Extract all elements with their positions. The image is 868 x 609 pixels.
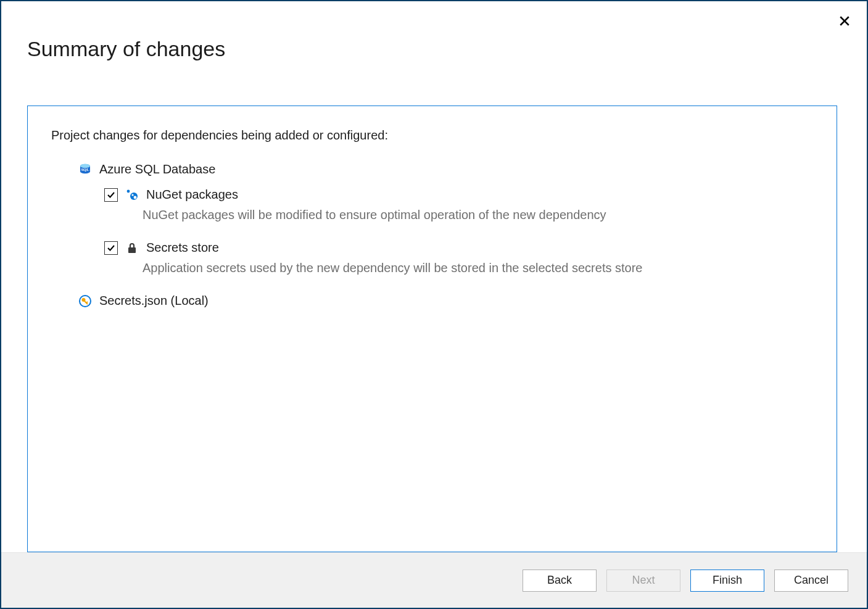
- sql-database-icon: SQL: [78, 163, 92, 176]
- close-button[interactable]: [836, 12, 853, 30]
- change-item-desc: Application secrets used by the new depe…: [143, 261, 813, 275]
- nuget-icon: [125, 188, 139, 202]
- key-icon: [78, 294, 92, 308]
- finish-button[interactable]: Finish: [690, 570, 764, 592]
- svg-point-4: [130, 193, 138, 200]
- next-button: Next: [606, 570, 680, 592]
- change-item-title: NuGet packages: [146, 188, 238, 202]
- lock-icon: [125, 241, 139, 255]
- page-title: Summary of changes: [1, 1, 867, 61]
- intro-text: Project changes for dependencies being a…: [51, 128, 813, 143]
- change-item-nuget: NuGet packages NuGet packages will be mo…: [104, 188, 813, 222]
- dialog-footer: Back Next Finish Cancel: [1, 552, 867, 608]
- changes-panel: Project changes for dependencies being a…: [27, 106, 837, 552]
- back-button[interactable]: Back: [523, 570, 597, 592]
- change-item-secrets-store: Secrets store Application secrets used b…: [104, 241, 813, 275]
- cancel-button[interactable]: Cancel: [774, 570, 848, 592]
- close-icon: [839, 15, 850, 27]
- change-item-desc: NuGet packages will be modified to ensur…: [143, 208, 813, 222]
- svg-point-3: [127, 189, 130, 193]
- svg-point-5: [131, 194, 133, 196]
- svg-text:SQL: SQL: [81, 167, 89, 171]
- check-icon: [107, 191, 115, 199]
- dependency-label: Secrets.json (Local): [99, 294, 209, 308]
- svg-rect-7: [128, 247, 136, 253]
- checkbox-nuget[interactable]: [104, 188, 118, 202]
- dependency-azure-sql: SQL Azure SQL Database: [78, 162, 813, 176]
- dependency-secrets-json: Secrets.json (Local): [78, 294, 813, 308]
- dependency-label: Azure SQL Database: [99, 162, 215, 176]
- checkbox-secrets-store[interactable]: [104, 241, 118, 255]
- dialog-body: Project changes for dependencies being a…: [1, 61, 867, 552]
- check-icon: [107, 244, 115, 252]
- svg-point-6: [134, 196, 137, 199]
- dialog: Summary of changes Project changes for d…: [0, 0, 868, 609]
- change-item-title: Secrets store: [146, 241, 219, 255]
